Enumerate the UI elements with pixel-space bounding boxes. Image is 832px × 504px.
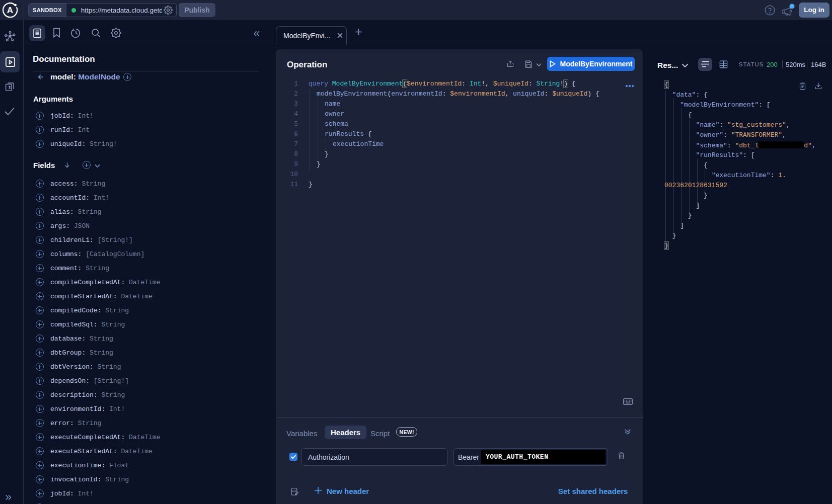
svg-text:A: A [7, 6, 13, 15]
